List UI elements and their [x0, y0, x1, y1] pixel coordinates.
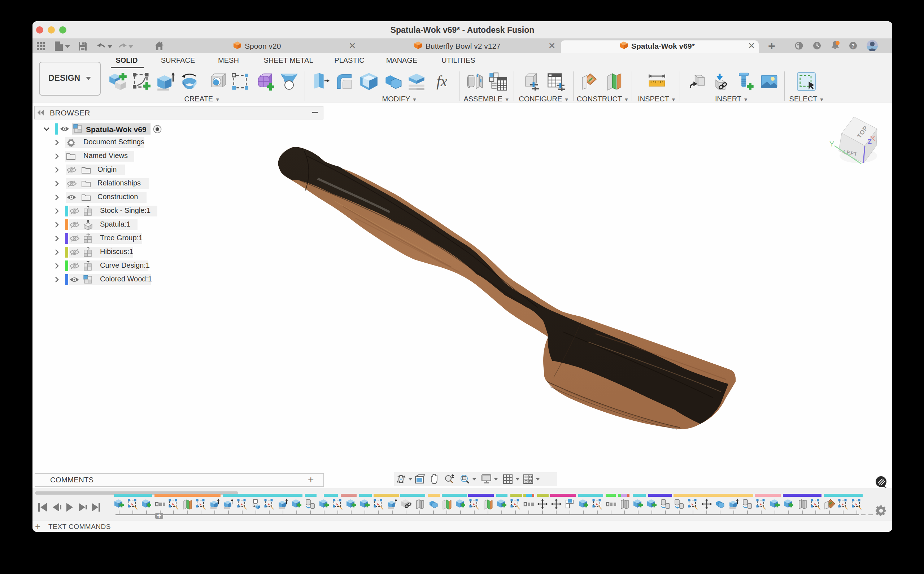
svg-text:?: ? — [851, 43, 855, 49]
svg-text:fx: fx — [436, 73, 447, 90]
svg-text:Z: Z — [868, 138, 872, 145]
svg-text:Y: Y — [829, 140, 834, 148]
